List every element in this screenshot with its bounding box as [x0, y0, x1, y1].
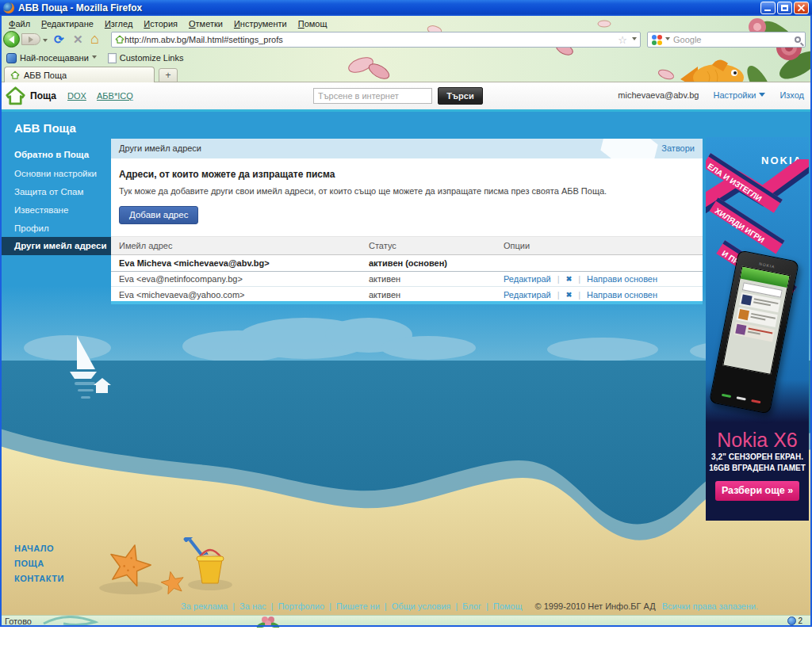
delete-icon[interactable]: ✖	[566, 291, 573, 299]
status-cell: активен	[369, 290, 504, 300]
nav-dox[interactable]: DOX	[67, 91, 86, 101]
search-engine-label: Google	[673, 35, 791, 44]
footer-nav: НАЧАЛО ПОЩА КОНТАКТИ	[14, 544, 64, 583]
url-input[interactable]	[124, 35, 618, 44]
close-panel-link[interactable]: Затвори	[661, 143, 695, 153]
ad-product-name: Nokia X6	[706, 429, 809, 452]
restore-button[interactable]	[777, 2, 792, 14]
footer-link[interactable]: Пишете ни	[336, 601, 380, 611]
logout-link[interactable]: Изход	[779, 90, 804, 100]
table-header-row: Имейл адрес Статус Опции	[111, 236, 703, 255]
stop-button[interactable]: ✕	[73, 31, 83, 48]
minimize-button[interactable]	[760, 2, 776, 14]
panel-title: Други имейл адреси	[119, 143, 201, 153]
new-tab-button[interactable]: +	[159, 68, 178, 82]
user-email: michevaeva@abv.bg	[618, 90, 699, 100]
settings-dropdown-icon	[759, 93, 765, 100]
nav-mail[interactable]: Поща	[30, 90, 56, 101]
menu-view[interactable]: Изглед	[99, 17, 138, 30]
edit-link[interactable]: Редактирай	[504, 274, 551, 284]
edit-link[interactable]: Редактирай	[504, 290, 551, 300]
bookmark-star-icon[interactable]: ☆	[618, 34, 627, 46]
restore-icon	[781, 5, 788, 11]
menu-file[interactable]: Файл	[3, 17, 36, 30]
menu-bar: Файл Редактиране Изглед История Отметки …	[2, 17, 333, 30]
menu-bookmarks[interactable]: Отметки	[183, 17, 228, 30]
delete-icon[interactable]: ✖	[566, 275, 573, 283]
tab-abv-mail[interactable]: АБВ Поща	[4, 67, 155, 82]
footer-link[interactable]: Портфолио	[278, 601, 324, 611]
web-search-input[interactable]	[313, 88, 432, 104]
make-primary-link[interactable]: Направи основен	[587, 290, 657, 300]
close-button[interactable]	[794, 2, 809, 14]
forward-button[interactable]	[21, 33, 40, 45]
footer-links: За реклама| За нас| Портфолио| Пишете ни…	[181, 601, 758, 611]
starfish-small	[159, 570, 186, 595]
window-border-bottom	[0, 625, 812, 627]
sidebar-item-basic-settings[interactable]: Основни настройки	[0, 164, 111, 182]
sidebar-item-profile[interactable]: Профил	[0, 219, 111, 237]
nav-abv-icq[interactable]: АБВ*ICQ	[97, 91, 133, 101]
home-button[interactable]: ⌂	[90, 31, 99, 48]
extension-badge[interactable]: 2	[787, 617, 802, 625]
sidebar-item-back-to-mail[interactable]: Обратно в Поща	[0, 143, 111, 164]
email-cell: Eva Micheva <michevaeva@abv.bg>	[111, 258, 369, 268]
ad-spec-line: 3,2” СЕНЗОРЕН ЕКРАН.	[706, 452, 809, 461]
footer-link[interactable]: Помощ	[493, 601, 523, 611]
make-primary-link[interactable]: Направи основен	[587, 274, 657, 284]
history-dropdown-icon[interactable]	[43, 39, 48, 44]
footer-nav-contacts[interactable]: КОНТАКТИ	[14, 574, 64, 583]
engine-dropdown-icon[interactable]	[665, 37, 670, 43]
footer-link[interactable]: За нас	[239, 601, 266, 611]
reload-button[interactable]: ⟳	[54, 31, 64, 48]
tab-label: АБВ Поща	[24, 71, 67, 80]
abv-logo[interactable]	[5, 86, 26, 107]
folder-icon	[6, 53, 17, 63]
tab-favicon	[10, 71, 20, 80]
site-header: Поща DOX АБВ*ICQ Търси michevaeva@abv.bg…	[0, 82, 812, 112]
google-logo-icon[interactable]	[652, 35, 662, 45]
sidebar: АБВ Поща Обратно в Поща Основни настройк…	[0, 112, 111, 255]
footer-nav-home[interactable]: НАЧАЛО	[14, 544, 64, 553]
menu-edit[interactable]: Редактиране	[36, 17, 99, 30]
add-address-button[interactable]: Добави адрес	[119, 206, 198, 224]
back-button[interactable]	[3, 31, 20, 48]
section-description: Тук може да добавите други свои имейл ад…	[119, 186, 690, 196]
settings-panel: Други имейл адреси Затвори Адреси, от ко…	[111, 139, 703, 304]
email-cell: Eva <eva@netinfocompany.bg>	[111, 274, 369, 284]
search-bar[interactable]: Google	[647, 32, 806, 48]
bookmark-customize-links[interactable]: Customize Links	[108, 53, 184, 63]
web-search-button[interactable]: Търси	[438, 87, 483, 105]
back-icon	[5, 36, 14, 44]
email-table: Имейл адрес Статус Опции Eva Micheva <mi…	[111, 236, 703, 302]
status-cell: активен (основен)	[369, 258, 504, 268]
menu-history[interactable]: История	[138, 17, 183, 30]
copyright: © 1999-2010 Нет Инфо.БГ АД	[535, 601, 656, 611]
bookmarks-bar: Най-посещавани Customize Links	[2, 49, 184, 67]
footer-nav-mail[interactable]: ПОЩА	[14, 559, 64, 568]
menu-tools[interactable]: Инструменти	[228, 17, 293, 30]
beach-decorations	[91, 537, 242, 605]
sidebar-item-other-emails[interactable]: Други имейл адреси	[0, 237, 111, 255]
url-bar[interactable]: ☆	[111, 32, 641, 48]
panel-header: Други имейл адреси Затвори	[111, 139, 703, 158]
settings-menu[interactable]: Настройки	[713, 90, 765, 100]
column-options: Опции	[504, 241, 703, 250]
nokia-ad-banner[interactable]: NOKIA ЕЛА И ИЗТЕГЛИ ХИЛЯДИ ИГРИ И ПРИЛОЖ…	[706, 137, 809, 521]
starfish-large	[105, 540, 155, 588]
badge-count: 2	[798, 617, 802, 625]
ad-cta-button[interactable]: Разбери още »	[715, 481, 799, 501]
menu-help[interactable]: Помощ	[293, 17, 333, 30]
footer-link[interactable]: За реклама	[181, 601, 228, 611]
footer-link[interactable]: Блог	[462, 601, 481, 611]
url-dropdown-icon[interactable]	[632, 37, 637, 43]
bookmark-most-visited[interactable]: Най-посещавани	[6, 53, 97, 63]
sidebar-item-spam-protection[interactable]: Защита от Спам	[0, 182, 111, 200]
footer-link[interactable]: Общи условия	[392, 601, 451, 611]
magnifier-icon[interactable]	[795, 36, 801, 43]
extension-icon	[787, 617, 796, 625]
sidebar-item-notifications[interactable]: Известяване	[0, 200, 111, 219]
navigation-toolbar: ⟳ ✕ ⌂ ☆ Google	[0, 30, 812, 49]
bucket-and-shovel	[182, 537, 224, 583]
page-icon	[108, 53, 117, 63]
